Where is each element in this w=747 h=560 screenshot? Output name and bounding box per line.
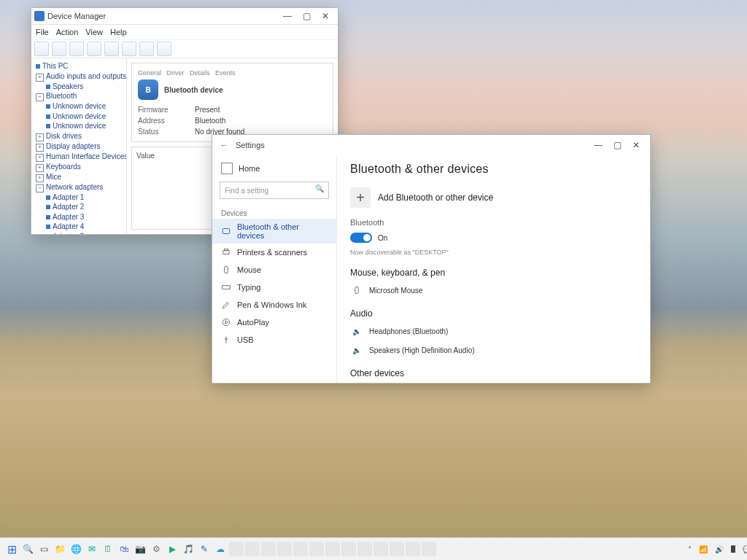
task-item[interactable]: 📁 bbox=[53, 542, 67, 556]
close-button[interactable]: ✕ bbox=[316, 9, 335, 23]
tree-leaf[interactable]: Adapter 2 bbox=[46, 202, 123, 212]
task-item[interactable] bbox=[229, 542, 244, 556]
toolbar-button[interactable] bbox=[157, 42, 171, 56]
tree-node[interactable]: +Mice bbox=[36, 172, 123, 182]
back-button[interactable]: ← bbox=[217, 138, 231, 152]
tree-leaf[interactable]: Unknown device bbox=[46, 101, 123, 112]
tree-leaf[interactable]: Adapter 1 bbox=[46, 192, 123, 203]
sidebar-item-pen[interactable]: Pen & Windows Ink bbox=[212, 296, 336, 314]
bg-title: Device Manager bbox=[47, 12, 106, 20]
toolbar-button[interactable] bbox=[52, 42, 66, 56]
sidebar-item-autoplay[interactable]: AutoPlay bbox=[212, 314, 336, 331]
toolbar-button[interactable] bbox=[122, 42, 136, 56]
task-item[interactable]: 🌐 bbox=[69, 542, 83, 556]
bg-menubar: File Action View Help bbox=[31, 25, 338, 40]
menu-item[interactable]: Help bbox=[110, 28, 127, 36]
menu-item[interactable]: View bbox=[85, 28, 103, 36]
maximize-button[interactable]: ▢ bbox=[608, 139, 627, 152]
sidebar-item-typing[interactable]: Typing bbox=[212, 279, 336, 296]
mouse-icon bbox=[221, 265, 231, 275]
task-item[interactable]: ✉ bbox=[85, 542, 99, 556]
task-item[interactable]: 🗓 bbox=[101, 542, 115, 556]
search-button[interactable]: 🔍 bbox=[20, 542, 35, 556]
bg-titlebar[interactable]: Device Manager ― ▢ ✕ bbox=[31, 8, 338, 25]
task-item[interactable]: 🎵 bbox=[181, 542, 196, 556]
task-item[interactable] bbox=[374, 542, 388, 556]
detail-tabs[interactable]: General Driver Details Events bbox=[138, 69, 327, 77]
toolbar-button[interactable] bbox=[69, 42, 84, 56]
search-input[interactable]: Find a setting 🔍 bbox=[220, 182, 329, 199]
toolbar-button[interactable] bbox=[104, 42, 119, 56]
bg-toolbar bbox=[31, 40, 338, 58]
svg-rect-1 bbox=[223, 251, 229, 254]
sidebar-item-mouse[interactable]: Mouse bbox=[212, 261, 336, 279]
task-item[interactable]: ▶ bbox=[165, 542, 179, 556]
start-button[interactable]: ⊞ bbox=[4, 542, 19, 556]
bluetooth-toggle[interactable] bbox=[350, 233, 372, 243]
task-item[interactable] bbox=[245, 542, 260, 556]
task-item[interactable] bbox=[261, 542, 276, 556]
device-row[interactable]: 🔈 Headphones (Bluetooth) bbox=[350, 324, 637, 338]
tree-root[interactable]: This PC bbox=[36, 61, 123, 71]
tree-node[interactable]: −Network adapters bbox=[36, 182, 123, 192]
settings-main: Bluetooth & other devices + Add Bluetoot… bbox=[337, 155, 650, 383]
sidebar-item-bluetooth[interactable]: Bluetooth & other devices bbox=[212, 219, 336, 244]
toolbar-button[interactable] bbox=[34, 42, 49, 56]
svg-point-5 bbox=[222, 319, 229, 325]
task-item[interactable] bbox=[325, 542, 340, 556]
sidebar-heading: Devices bbox=[212, 205, 336, 219]
sidebar-item-printers[interactable]: Printers & scanners bbox=[212, 244, 336, 261]
task-item[interactable]: 🛍 bbox=[117, 542, 131, 556]
task-item[interactable] bbox=[390, 542, 404, 556]
tree-node[interactable]: +Display adapters bbox=[36, 141, 123, 152]
task-item[interactable] bbox=[422, 542, 436, 556]
taskbar[interactable]: ⊞ 🔍 ▭ 📁 🌐 ✉ 🗓 🛍 📷 ⚙ ▶ 🎵 ✎ ☁ ˄ 📶 🔊 💬 bbox=[0, 537, 747, 560]
battery-icon[interactable] bbox=[731, 545, 735, 553]
close-button[interactable]: ✕ bbox=[627, 139, 646, 152]
add-device-row[interactable]: + Add Bluetooth or other device bbox=[350, 187, 637, 208]
task-item[interactable] bbox=[341, 542, 356, 556]
tree-leaf[interactable]: Adapter 4 bbox=[46, 222, 123, 232]
printer-icon bbox=[221, 247, 231, 257]
tree-leaf[interactable]: Unknown device bbox=[46, 112, 123, 122]
tree-leaf[interactable]: Adapter 5 bbox=[46, 232, 123, 235]
svg-rect-0 bbox=[222, 229, 229, 234]
tree-node[interactable]: +Keyboards bbox=[36, 162, 123, 172]
tree-node[interactable]: +Audio inputs and outputs bbox=[36, 71, 123, 82]
system-tray[interactable]: ˄ 📶 🔊 💬 bbox=[688, 545, 747, 553]
device-row[interactable]: 🔈 Speakers (High Definition Audio) bbox=[350, 343, 637, 357]
task-item[interactable]: ☁ bbox=[213, 542, 228, 556]
task-item[interactable] bbox=[406, 542, 420, 556]
menu-item[interactable]: File bbox=[36, 28, 49, 36]
sidebar-home[interactable]: Home bbox=[212, 160, 336, 177]
volume-icon[interactable]: 🔊 bbox=[715, 545, 724, 553]
tree-leaf[interactable]: Adapter 3 bbox=[46, 212, 123, 222]
action-center-icon[interactable]: 💬 bbox=[743, 545, 747, 553]
task-item[interactable] bbox=[309, 542, 324, 556]
task-item[interactable] bbox=[277, 542, 292, 556]
task-item[interactable]: 📷 bbox=[133, 542, 147, 556]
menu-item[interactable]: Action bbox=[56, 28, 79, 36]
tray-overflow-icon[interactable]: ˄ bbox=[688, 545, 692, 553]
tree-node[interactable]: +Human Interface Devices bbox=[36, 152, 123, 162]
device-tree[interactable]: This PC +Audio inputs and outputs Speake… bbox=[31, 58, 127, 234]
tree-node[interactable]: +Disk drives bbox=[36, 131, 123, 141]
task-item[interactable]: ⚙ bbox=[149, 542, 163, 556]
maximize-button[interactable]: ▢ bbox=[297, 9, 316, 23]
tree-node[interactable]: −Bluetooth bbox=[36, 91, 123, 101]
task-item[interactable] bbox=[357, 542, 372, 556]
settings-titlebar[interactable]: ← Settings ― ▢ ✕ bbox=[212, 135, 650, 155]
minimize-button[interactable]: ― bbox=[589, 139, 608, 152]
sidebar-item-usb[interactable]: USB bbox=[212, 331, 336, 349]
toolbar-button[interactable] bbox=[87, 42, 101, 56]
tree-leaf[interactable]: Speakers bbox=[46, 82, 123, 92]
svg-rect-4 bbox=[222, 286, 231, 289]
minimize-button[interactable]: ― bbox=[278, 9, 297, 23]
wifi-icon[interactable]: 📶 bbox=[699, 545, 708, 553]
task-item[interactable] bbox=[293, 542, 308, 556]
taskview-button[interactable]: ▭ bbox=[36, 542, 51, 556]
task-item[interactable]: ✎ bbox=[197, 542, 212, 556]
device-row[interactable]: Microsoft Mouse bbox=[350, 284, 637, 297]
tree-leaf[interactable]: Unknown device bbox=[46, 121, 123, 131]
toolbar-button[interactable] bbox=[139, 42, 154, 56]
